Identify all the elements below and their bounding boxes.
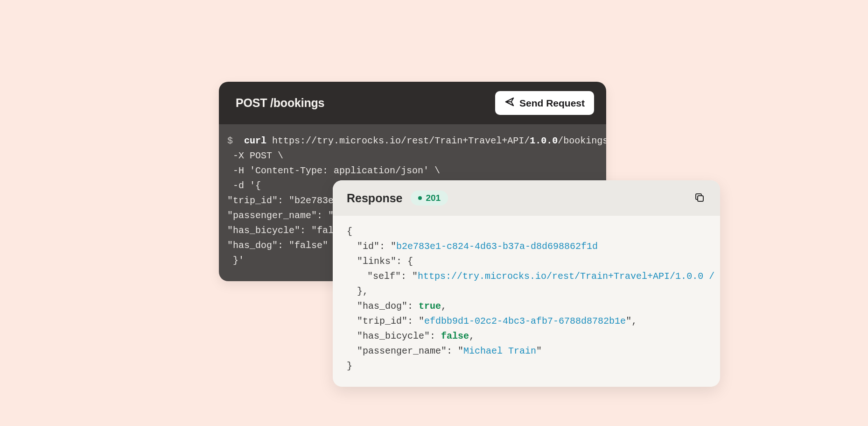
- send-icon: [504, 97, 515, 109]
- http-path: /bookings: [270, 96, 324, 109]
- curl-line-header: -H 'Content-Type: application/json' \: [219, 163, 606, 178]
- response-title: Response: [347, 192, 402, 205]
- request-title: POST /bookings: [236, 96, 324, 110]
- status-dot-icon: [418, 196, 422, 200]
- response-header: Response 201: [333, 180, 720, 216]
- copy-button[interactable]: [691, 190, 708, 206]
- copy-icon: [694, 192, 705, 205]
- status-code: 201: [426, 193, 441, 203]
- http-method: POST: [236, 96, 267, 109]
- send-label: Send Request: [519, 98, 585, 109]
- send-request-button[interactable]: Send Request: [495, 91, 594, 115]
- curl-line-1: $ curl https://try.microcks.io/rest/Trai…: [219, 134, 606, 149]
- curl-line-method: -X POST \: [219, 149, 606, 163]
- request-header: POST /bookings Send Request: [219, 82, 606, 124]
- response-card: Response 201 { "id": "b2e783e1-c824-4d63…: [333, 180, 720, 387]
- status-badge: 201: [411, 191, 448, 206]
- response-json: { "id": "b2e783e1-c824-4d63-b37a-d8d6988…: [333, 216, 720, 387]
- svg-rect-1: [698, 196, 703, 201]
